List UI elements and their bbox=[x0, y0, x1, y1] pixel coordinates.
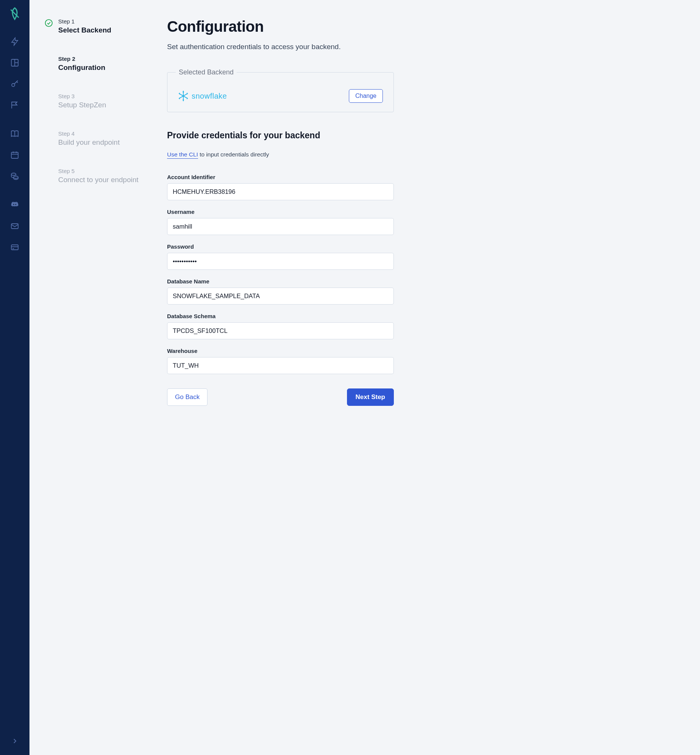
bottom-actions: Go Back Next Step bbox=[167, 388, 394, 406]
step-title: Connect to your endpoint bbox=[58, 176, 138, 184]
input-database-name[interactable] bbox=[167, 287, 394, 304]
sidebar-group-primary bbox=[0, 36, 30, 110]
go-back-button[interactable]: Go Back bbox=[167, 388, 208, 406]
use-cli-link[interactable]: Use the CLI bbox=[167, 151, 198, 159]
coins-icon[interactable] bbox=[9, 171, 20, 181]
step-title: Configuration bbox=[58, 64, 105, 72]
label-database-name: Database Name bbox=[167, 278, 394, 284]
step-title: Select Backend bbox=[58, 26, 111, 34]
steps-column: Step 1 Select Backend Step 2 Configurati… bbox=[30, 0, 167, 755]
page-title: Configuration bbox=[167, 18, 394, 35]
svg-point-10 bbox=[11, 173, 16, 175]
cli-hint-rest: to input credentials directly bbox=[198, 151, 269, 158]
sidebar-group-secondary bbox=[0, 128, 30, 181]
backend-name: snowflake bbox=[192, 92, 227, 100]
mail-icon[interactable] bbox=[9, 221, 20, 231]
book-icon[interactable] bbox=[9, 128, 20, 139]
calendar-icon[interactable] bbox=[9, 150, 20, 160]
layout-icon[interactable] bbox=[9, 58, 20, 68]
field-account-identifier: Account Identifier bbox=[167, 174, 394, 200]
step-label: Step 3 bbox=[58, 93, 106, 99]
credentials-heading: Provide credentials for your backend bbox=[167, 130, 394, 140]
input-warehouse[interactable] bbox=[167, 357, 394, 374]
selected-backend-box: Selected Backend snowflake Change bbox=[167, 69, 394, 112]
app-logo bbox=[8, 7, 22, 20]
step-1[interactable]: Step 1 Select Backend bbox=[45, 18, 152, 34]
svg-point-16 bbox=[45, 20, 52, 27]
step-2: Step 2 Configuration bbox=[45, 56, 152, 72]
main-content: Configuration Set authentication credent… bbox=[167, 0, 409, 755]
svg-rect-12 bbox=[11, 224, 18, 229]
page-subtitle: Set authentication credentials to access… bbox=[167, 43, 394, 51]
svg-point-17 bbox=[182, 95, 184, 97]
field-warehouse: Warehouse bbox=[167, 348, 394, 374]
step-title: Setup StepZen bbox=[58, 101, 106, 109]
check-circle-icon bbox=[45, 19, 53, 27]
selected-backend-legend: Selected Backend bbox=[176, 69, 237, 76]
sidebar bbox=[0, 0, 30, 755]
svg-rect-6 bbox=[11, 152, 18, 158]
card-icon[interactable] bbox=[9, 242, 20, 253]
change-backend-button[interactable]: Change bbox=[349, 89, 383, 103]
label-database-schema: Database Schema bbox=[167, 313, 394, 319]
next-step-button[interactable]: Next Step bbox=[347, 388, 394, 406]
step-label: Step 1 bbox=[58, 18, 111, 25]
label-password: Password bbox=[167, 243, 394, 250]
svg-point-4 bbox=[12, 84, 15, 87]
field-username: Username bbox=[167, 209, 394, 235]
label-account-identifier: Account Identifier bbox=[167, 174, 394, 180]
input-account-identifier[interactable] bbox=[167, 183, 394, 200]
flag-icon[interactable] bbox=[9, 100, 20, 110]
field-database-schema: Database Schema bbox=[167, 313, 394, 339]
field-password: Password bbox=[167, 243, 394, 270]
lightning-icon[interactable] bbox=[9, 36, 20, 47]
step-title: Build your endpoint bbox=[58, 138, 120, 147]
field-database-name: Database Name bbox=[167, 278, 394, 304]
key-icon[interactable] bbox=[9, 79, 20, 89]
input-username[interactable] bbox=[167, 218, 394, 235]
input-database-schema[interactable] bbox=[167, 322, 394, 339]
cli-hint: Use the CLI to input credentials directl… bbox=[167, 151, 394, 158]
label-warehouse: Warehouse bbox=[167, 348, 394, 354]
sidebar-group-tertiary bbox=[0, 200, 30, 253]
step-label: Step 5 bbox=[58, 168, 138, 174]
svg-point-11 bbox=[14, 176, 18, 178]
credentials-form: Account Identifier Username Password Dat… bbox=[167, 174, 394, 374]
step-label: Step 2 bbox=[58, 56, 105, 62]
snowflake-icon bbox=[178, 91, 189, 101]
step-5: Step 5 Connect to your endpoint bbox=[45, 168, 152, 184]
step-4: Step 4 Build your endpoint bbox=[45, 130, 152, 147]
sidebar-expand-toggle[interactable] bbox=[0, 738, 30, 744]
discord-icon[interactable] bbox=[9, 200, 20, 210]
label-username: Username bbox=[167, 209, 394, 215]
input-password[interactable] bbox=[167, 253, 394, 270]
step-label: Step 4 bbox=[58, 130, 120, 137]
snowflake-logo: snowflake bbox=[178, 91, 227, 101]
step-3: Step 3 Setup StepZen bbox=[45, 93, 152, 109]
svg-rect-13 bbox=[11, 245, 18, 250]
